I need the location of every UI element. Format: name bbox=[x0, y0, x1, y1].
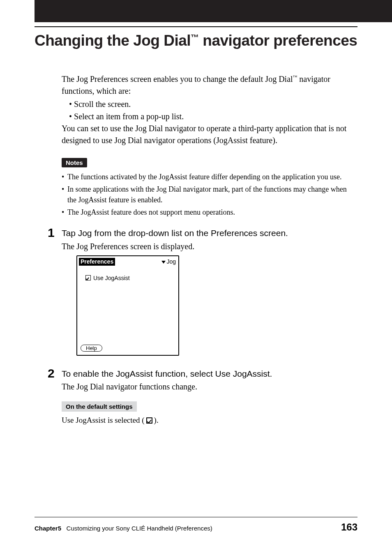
step-1-sub: The Jog Preferences screen is displayed. bbox=[62, 242, 356, 251]
default-suffix: ). bbox=[154, 416, 159, 425]
preferences-screenshot: Preferences Jog Use JogAssist Help bbox=[76, 255, 179, 356]
help-button[interactable]: Help bbox=[81, 345, 102, 352]
checked-icon bbox=[146, 417, 152, 424]
notes-list: The functions activated by the JogAssist… bbox=[62, 171, 356, 218]
dropdown-arrow-icon bbox=[161, 261, 166, 264]
step-2: 2 To enable the JogAssist function, sele… bbox=[62, 368, 356, 392]
use-jogassist-checkbox[interactable] bbox=[85, 275, 91, 280]
footer-page-number: 163 bbox=[341, 521, 357, 533]
footer-chapter-text: Customizing your Sony CLIÉ Handheld (Pre… bbox=[67, 525, 212, 532]
intro-tm: ™ bbox=[293, 74, 297, 79]
intro-followup: You can set to use the Jog Dial navigato… bbox=[62, 123, 356, 146]
note-item-1: The functions activated by the JogAssist… bbox=[62, 171, 356, 182]
intro-line1: The Jog Preferences screen enables you t… bbox=[62, 74, 293, 83]
title-tm: ™ bbox=[191, 33, 199, 42]
step-2-sub: The Jog Dial navigator functions change. bbox=[62, 382, 356, 392]
step-1: 1 Tap Jog from the drop-down list on the… bbox=[62, 227, 356, 355]
notes-badge: Notes bbox=[62, 158, 87, 167]
content-area: The Jog Preferences screen enables you t… bbox=[62, 73, 356, 425]
footer-chapter: Chapter5 bbox=[35, 525, 61, 532]
default-prefix: Use JogAssist is selected ( bbox=[62, 416, 145, 425]
note-item-3: The JogAssist feature does not support m… bbox=[62, 207, 356, 218]
intro-bullet-1: • Scroll the screen. bbox=[62, 98, 356, 110]
step-1-title: Tap Jog from the drop-down list on the P… bbox=[62, 227, 356, 239]
screenshot-dropdown[interactable]: Jog bbox=[161, 258, 176, 265]
page-footer: Chapter5 Customizing your Sony CLIÉ Hand… bbox=[35, 517, 357, 533]
use-jogassist-row[interactable]: Use JogAssist bbox=[85, 275, 178, 281]
screenshot-header: Preferences bbox=[79, 258, 115, 266]
step-2-title: To enable the JogAssist function, select… bbox=[62, 368, 356, 380]
default-settings-text: Use JogAssist is selected ( ). bbox=[62, 416, 356, 425]
note-item-2: In some applications with the Jog Dial n… bbox=[62, 184, 356, 205]
footer-left: Chapter5 Customizing your Sony CLIÉ Hand… bbox=[35, 525, 212, 532]
header-bar bbox=[35, 0, 392, 22]
use-jogassist-label: Use JogAssist bbox=[93, 275, 130, 281]
step-1-number: 1 bbox=[48, 226, 55, 240]
default-settings-badge: On the default settings bbox=[62, 401, 137, 412]
step-2-number: 2 bbox=[48, 366, 55, 380]
title-suffix: navigator preferences bbox=[199, 32, 357, 49]
header-rule bbox=[35, 26, 357, 27]
intro-bullet-2: • Select an item from a pop-up list. bbox=[62, 110, 356, 123]
title-prefix: Changing the Jog Dial bbox=[35, 32, 191, 49]
dropdown-value: Jog bbox=[166, 258, 176, 265]
intro-paragraph: The Jog Preferences screen enables you t… bbox=[62, 73, 356, 97]
page-title: Changing the Jog Dial™ navigator prefere… bbox=[35, 32, 357, 49]
